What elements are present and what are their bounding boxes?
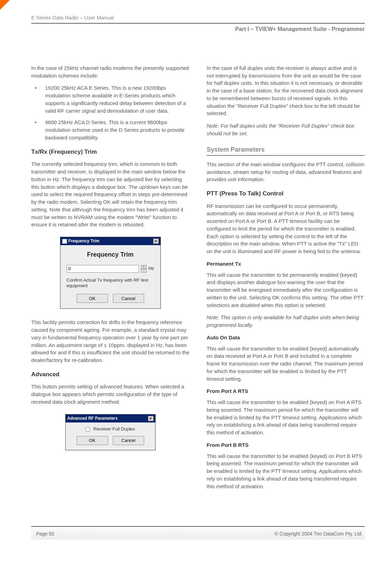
txrx-paragraph: The currently selected frequency trim, w…	[31, 160, 189, 228]
system-parameters-paragraph: This section of the main window configur…	[207, 161, 365, 183]
permanent-tx-heading: Permanent Tx	[207, 260, 365, 268]
permanent-tx-note: Note: This option is only available for …	[207, 314, 365, 329]
modulation-list: 19200 25kHz ACA E Series. This is a new …	[31, 84, 189, 141]
receiver-full-duplex-checkbox[interactable]	[85, 427, 90, 432]
close-icon[interactable]: ×	[153, 239, 159, 244]
auto-on-data-paragraph: This will cause the transmitter to be en…	[207, 345, 365, 383]
dialog-hint: Confirm Actual Tx frequency with RF test…	[67, 277, 154, 289]
drift-paragraph: This facility permits correction for dri…	[31, 319, 189, 364]
ptt-paragraph: RF transmission can be configured to occ…	[207, 202, 365, 255]
dialog-heading: Frequency Trim	[67, 250, 154, 259]
port-b-rts-heading: From Port B RTS	[207, 441, 365, 449]
port-a-rts-heading: From Port A RTS	[207, 387, 365, 395]
ok-button[interactable]: OK	[77, 436, 108, 445]
advanced-heading: Advanced	[31, 370, 189, 379]
doc-header-title: E Series Data Radio – User Manual	[31, 14, 365, 23]
unit-label: Hz	[149, 265, 154, 272]
ptt-heading: PTT (Press To Talk) Control	[207, 190, 365, 198]
txrx-heading: Tx/Rx (Frequency) Trim	[31, 148, 189, 156]
spin-down-icon[interactable]: -	[141, 269, 147, 273]
cancel-button[interactable]: Cancel	[113, 294, 144, 303]
port-a-rts-paragraph: This will cause the transmitter to be en…	[207, 398, 365, 436]
part-heading: Part I – TVIEW+ Management Suite - Progr…	[31, 25, 365, 33]
app-icon	[62, 239, 67, 244]
auto-on-data-heading: Auto On Data	[207, 334, 365, 341]
dialog-title-text: Frequency Trim	[68, 239, 99, 243]
page-number: Page 50	[36, 530, 54, 537]
full-duplex-note: Note: For half duplex units the "Receive…	[207, 122, 365, 137]
frequency-trim-dialog: Frequency Trim × Frequency Trim + - Hz C…	[60, 237, 161, 309]
modulation-intro: In the case of 25kHz channel radio modem…	[31, 64, 189, 80]
close-icon[interactable]: ×	[148, 416, 154, 421]
page-footer: Page 50 © Copyright 2004 Trio DataCom Pt…	[31, 526, 365, 539]
checkbox-label: Receiver Full Duplex	[93, 426, 135, 432]
cancel-button[interactable]: Cancel	[113, 436, 144, 445]
list-item: 19200 25kHz ACA E Series. This is a new …	[31, 84, 189, 114]
spin-buttons[interactable]: + -	[141, 265, 147, 273]
port-b-rts-paragraph: This will cause the transmitter to be en…	[207, 452, 365, 490]
header-rule	[31, 23, 365, 24]
list-item: 9600 25kHz ACA D Series. This is a curre…	[31, 119, 189, 141]
full-duplex-paragraph: In the case of full duplex units the rec…	[207, 64, 365, 117]
permanent-tx-paragraph: This will cause the transmitter to be pe…	[207, 271, 365, 309]
right-column: In the case of full duplex units the rec…	[207, 64, 365, 495]
ok-button[interactable]: OK	[77, 294, 108, 303]
left-column: In the case of 25kHz channel radio modem…	[31, 64, 189, 495]
advanced-rf-dialog: Advanced RF Parameters × Receiver Full D…	[65, 414, 156, 450]
advanced-paragraph: This button permits setting of advanced …	[31, 383, 189, 405]
system-parameters-heading: System Parameters	[207, 145, 365, 156]
dialog-titlebar[interactable]: Frequency Trim ×	[60, 237, 160, 245]
dialog-titlebar[interactable]: Advanced RF Parameters ×	[66, 414, 155, 422]
dialog-title-text: Advanced RF Parameters	[67, 416, 118, 421]
page-corner-tab	[0, 0, 10, 10]
spin-up-icon[interactable]: +	[141, 265, 147, 269]
copyright-text: © Copyright 2004 Trio DataCom Pty. Ltd.	[274, 530, 363, 537]
frequency-trim-input[interactable]	[67, 265, 139, 273]
